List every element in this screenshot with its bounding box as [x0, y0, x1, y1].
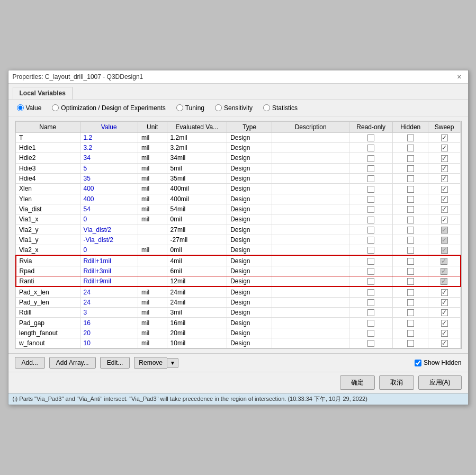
hidden-checkbox[interactable]: [407, 289, 414, 296]
sweep-checkbox[interactable]: [441, 217, 448, 223]
sweep-checkbox[interactable]: [441, 309, 448, 316]
table-row[interactable]: Pad_y_len24mil24milDesign: [16, 297, 461, 307]
readonly-checkbox[interactable]: [367, 175, 374, 182]
readonly-checkbox[interactable]: [367, 237, 374, 244]
table-row[interactable]: Hdie435mil35milDesign: [16, 173, 461, 183]
hidden-checkbox[interactable]: [407, 155, 414, 162]
sweep-checkbox[interactable]: [441, 175, 448, 182]
table-row[interactable]: RpadRdill+3mil6milDesign: [16, 266, 461, 276]
readonly-checkbox[interactable]: [367, 145, 374, 151]
readonly-checkbox[interactable]: [367, 186, 374, 193]
sweep-checkbox[interactable]: [441, 145, 448, 151]
sweep-checkbox[interactable]: [441, 237, 448, 244]
readonly-checkbox[interactable]: [367, 340, 374, 347]
table-row[interactable]: RviaRdill+1mil4milDesign: [16, 255, 461, 266]
close-button[interactable]: ×: [455, 73, 463, 81]
readonly-checkbox[interactable]: [367, 155, 374, 162]
hidden-checkbox[interactable]: [407, 196, 414, 203]
hidden-checkbox[interactable]: [407, 268, 414, 275]
readonly-checkbox[interactable]: [367, 227, 374, 234]
hidden-checkbox[interactable]: [407, 217, 414, 223]
table-row[interactable]: Via1_y-Via_dist/2-27milDesign: [16, 235, 461, 245]
show-hidden-label[interactable]: Show Hidden: [424, 359, 461, 366]
hidden-checkbox[interactable]: [407, 175, 414, 182]
hidden-checkbox[interactable]: [407, 237, 414, 244]
ok-button[interactable]: 确定: [340, 375, 375, 390]
readonly-checkbox[interactable]: [367, 247, 374, 254]
tab-local-variables[interactable]: Local Variables: [13, 87, 73, 100]
hidden-checkbox[interactable]: [407, 340, 414, 347]
sweep-checkbox[interactable]: [441, 289, 448, 296]
edit-button[interactable]: Edit...: [100, 357, 130, 369]
radio-tuning[interactable]: Tuning: [176, 104, 204, 112]
readonly-checkbox[interactable]: [367, 206, 374, 213]
table-row[interactable]: Pad_gap16mil16milDesign: [16, 318, 461, 328]
remove-dropdown-arrow[interactable]: ▼: [167, 358, 178, 368]
readonly-checkbox[interactable]: [367, 135, 374, 141]
readonly-checkbox[interactable]: [367, 165, 374, 172]
sweep-checkbox[interactable]: [441, 258, 447, 265]
add-button[interactable]: Add...: [15, 357, 45, 369]
hidden-checkbox[interactable]: [407, 135, 414, 141]
cancel-button[interactable]: 取消: [379, 375, 414, 390]
table-row[interactable]: T1.2mil1.2milDesign: [16, 132, 461, 142]
readonly-checkbox[interactable]: [367, 258, 374, 265]
apply-button[interactable]: 应用(A): [418, 375, 462, 390]
table-row[interactable]: Via1_x0mil0milDesign: [16, 214, 461, 225]
sweep-checkbox[interactable]: [441, 299, 448, 306]
readonly-checkbox[interactable]: [367, 330, 374, 337]
radio-statistics[interactable]: Statistics: [263, 104, 298, 112]
variables-table-wrapper[interactable]: Name Value Unit Evaluated Va... Type Des…: [15, 121, 462, 349]
table-row[interactable]: Rdill3mil3milDesign: [16, 308, 461, 318]
add-array-button[interactable]: Add Array...: [49, 357, 96, 369]
readonly-checkbox[interactable]: [367, 268, 374, 275]
hidden-checkbox[interactable]: [407, 309, 414, 316]
hidden-checkbox[interactable]: [407, 258, 414, 265]
sweep-checkbox[interactable]: [441, 247, 448, 254]
table-row[interactable]: Ylen400mil400milDesign: [16, 194, 461, 204]
table-row[interactable]: Via2_yVia_dist/227milDesign: [16, 225, 461, 235]
table-row[interactable]: Xlen400mil400milDesign: [16, 184, 461, 194]
hidden-checkbox[interactable]: [407, 165, 414, 172]
hidden-checkbox[interactable]: [407, 247, 414, 254]
readonly-checkbox[interactable]: [367, 320, 374, 327]
sweep-checkbox[interactable]: [441, 196, 448, 203]
radio-sensitivity[interactable]: Sensitivity: [215, 104, 253, 112]
table-row[interactable]: Hdie13.2mil3.2milDesign: [16, 142, 461, 153]
hidden-checkbox[interactable]: [407, 299, 414, 306]
sweep-checkbox[interactable]: [441, 165, 448, 172]
table-row[interactable]: Via_dist54mil54milDesign: [16, 204, 461, 214]
table-row[interactable]: Pad_x_len24mil24milDesign: [16, 286, 461, 297]
hidden-checkbox[interactable]: [407, 186, 414, 193]
table-row[interactable]: RantiRdill+9mil12milDesign: [16, 276, 461, 287]
sweep-checkbox[interactable]: [441, 268, 447, 275]
hidden-checkbox[interactable]: [407, 206, 414, 213]
hidden-checkbox[interactable]: [407, 330, 414, 337]
readonly-checkbox[interactable]: [367, 299, 374, 306]
sweep-checkbox[interactable]: [441, 330, 448, 337]
hidden-checkbox[interactable]: [407, 145, 414, 151]
table-row[interactable]: w_fanout10mil10milDesign: [16, 338, 461, 348]
sweep-checkbox[interactable]: [441, 155, 448, 162]
sweep-checkbox[interactable]: [441, 206, 448, 213]
sweep-checkbox[interactable]: [441, 135, 448, 141]
show-hidden-checkbox[interactable]: [415, 360, 421, 366]
sweep-checkbox[interactable]: [441, 320, 448, 327]
readonly-checkbox[interactable]: [367, 289, 374, 296]
sweep-checkbox[interactable]: [441, 278, 447, 285]
sweep-checkbox[interactable]: [441, 340, 448, 347]
sweep-checkbox[interactable]: [441, 186, 448, 193]
sweep-checkbox[interactable]: [441, 227, 448, 234]
table-row[interactable]: Via2_x0mil0milDesign: [16, 245, 461, 256]
hidden-checkbox[interactable]: [407, 320, 414, 327]
hidden-checkbox[interactable]: [407, 227, 414, 234]
remove-button-group[interactable]: Remove ▼: [134, 357, 178, 369]
table-row[interactable]: Hdie35mil5milDesign: [16, 163, 461, 173]
hidden-checkbox[interactable]: [407, 278, 414, 285]
table-row[interactable]: length_fanout20mil20milDesign: [16, 328, 461, 338]
readonly-checkbox[interactable]: [367, 217, 374, 223]
readonly-checkbox[interactable]: [367, 196, 374, 203]
readonly-checkbox[interactable]: [367, 309, 374, 316]
remove-button[interactable]: Remove: [134, 357, 167, 369]
readonly-checkbox[interactable]: [367, 278, 374, 285]
